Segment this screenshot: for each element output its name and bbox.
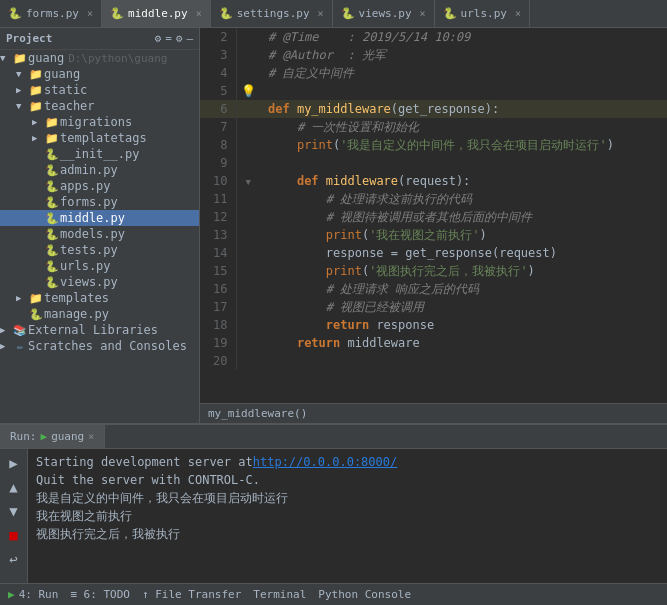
line-code-4: # 自定义中间件 (260, 64, 667, 82)
status-python-console[interactable]: Python Console (318, 588, 411, 601)
tree-item-label-guang-root: guang (28, 51, 64, 65)
tab-middle[interactable]: 🐍 middle.py × (102, 0, 211, 27)
line-code-2: # @Time : 2019/5/14 10:09 (260, 28, 667, 46)
run-output-line: 我在视图之前执行 (36, 507, 659, 525)
line-code-3: # @Author : 光军 (260, 46, 667, 64)
tree-item-label-views: views.py (60, 275, 118, 289)
sidebar-item-views[interactable]: 🐍views.py (0, 274, 199, 290)
sidebar-item-urls[interactable]: 🐍urls.py (0, 258, 199, 274)
line-code-7: # 一次性设置和初始化 (260, 118, 667, 136)
run-down-button[interactable]: ▼ (4, 501, 24, 521)
status-todo[interactable]: ≡ 6: TODO (70, 588, 130, 601)
sidebar-item-middle[interactable]: 🐍middle.py (0, 210, 199, 226)
tree-item-label-migrations: migrations (60, 115, 132, 129)
code-token (268, 264, 326, 278)
tab-forms[interactable]: 🐍 forms.py × (0, 0, 102, 27)
tree-item-label-admin: admin.py (60, 163, 118, 177)
sidebar-item-teacher[interactable]: ▼📁teacher (0, 98, 199, 114)
run-tab[interactable]: Run: ▶ guang × (0, 425, 105, 448)
sidebar-item-admin[interactable]: 🐍admin.py (0, 162, 199, 178)
status-run-label: ▶ (8, 588, 15, 601)
tab-settings[interactable]: 🐍 settings.py × (211, 0, 333, 27)
editor-content[interactable]: 2# @Time : 2019/5/14 10:093# @Author : 光… (200, 28, 667, 403)
sidebar-collapse-icon[interactable]: — (186, 32, 193, 45)
code-token: print (326, 228, 362, 242)
run-output-line: 视图执行完之后，我被执行 (36, 525, 659, 543)
tree-item-label-apps: apps.py (60, 179, 111, 193)
sidebar-item-ext-libs[interactable]: ▶📚External Libraries (0, 322, 199, 338)
run-tab-close[interactable]: × (88, 431, 94, 442)
run-output-line: Quit the server with CONTROL-C. (36, 471, 659, 489)
tree-item-label-static: static (44, 83, 87, 97)
code-token: # 自定义中间件 (268, 66, 354, 80)
sidebar-item-scratches[interactable]: ▶✏Scratches and Consoles (0, 338, 199, 354)
code-token: def (268, 102, 297, 116)
fold-icon[interactable]: ▼ (246, 177, 251, 187)
code-token: # @Time : 2019/5/14 10:09 (268, 30, 470, 44)
tree-item-label-middle: middle.py (60, 211, 125, 225)
line-gutter-19 (236, 334, 260, 352)
sidebar-item-tests[interactable]: 🐍tests.py (0, 242, 199, 258)
sidebar-item-apps[interactable]: 🐍apps.py (0, 178, 199, 194)
tree-arrow: ▼ (16, 101, 28, 111)
status-terminal-text: Terminal (253, 588, 306, 601)
sidebar-item-migrations[interactable]: ▶📁migrations (0, 114, 199, 130)
tab-bar: 🐍 forms.py × 🐍 middle.py × 🐍 settings.py… (0, 0, 667, 28)
sidebar-item-forms[interactable]: 🐍forms.py (0, 194, 199, 210)
line-number-5: 5 (200, 82, 236, 100)
line-code-13: print('我在视图之前执行') (260, 226, 667, 244)
sidebar-item-static[interactable]: ▶📁static (0, 82, 199, 98)
sidebar-tree: ▼📁guangD:\python\guang▼📁guang▶📁static▼📁t… (0, 50, 199, 354)
line-number-19: 19 (200, 334, 236, 352)
run-wrap-button[interactable]: ↩ (4, 549, 24, 569)
sidebar-list-icon[interactable]: = (165, 32, 172, 45)
line-number-16: 16 (200, 280, 236, 298)
run-stop-button[interactable]: ■ (4, 525, 24, 545)
code-token: # 视图待被调用或者其他后面的中间件 (268, 210, 532, 224)
urls-icon: 🐍 (443, 7, 457, 20)
sidebar-item-guang-sub[interactable]: ▼📁guang (0, 66, 199, 82)
line-number-10: 10 (200, 172, 236, 190)
editor-footer: my_middleware() (200, 403, 667, 423)
run-tab-name: guang (51, 430, 84, 443)
sidebar-item-templatetags[interactable]: ▶📁templatetags (0, 130, 199, 146)
tab-urls[interactable]: 🐍 urls.py × (435, 0, 530, 27)
code-token (268, 336, 297, 350)
sidebar-item-templates[interactable]: ▶📁templates (0, 290, 199, 306)
tab-forms-close[interactable]: × (87, 8, 93, 19)
status-run[interactable]: ▶ 4: Run (8, 588, 58, 601)
sidebar-item-__init__[interactable]: 🐍__init__.py (0, 146, 199, 162)
line-code-9 (260, 154, 667, 172)
tree-item-icon-admin: 🐍 (44, 163, 60, 177)
tab-views-close[interactable]: × (420, 8, 426, 19)
lightbulb-icon[interactable]: 💡 (241, 84, 256, 98)
tree-item-icon-middle: 🐍 (44, 211, 60, 225)
sidebar-header-icons: ⚙ = ⚙ — (155, 32, 194, 45)
line-row-14: 14 response = get_response(request) (200, 244, 667, 262)
sidebar-gear-icon[interactable]: ⚙ (176, 32, 183, 45)
run-play-button[interactable]: ▶ (4, 453, 24, 473)
tab-settings-close[interactable]: × (318, 8, 324, 19)
run-text: Starting development server at (36, 455, 253, 469)
line-row-15: 15 print('视图执行完之后，我被执行') (200, 262, 667, 280)
line-gutter-14 (236, 244, 260, 262)
tree-arrow: ▶ (0, 325, 12, 335)
status-file-transfer[interactable]: ↑ File Transfer (142, 588, 241, 601)
tree-item-icon-templatetags: 📁 (44, 131, 60, 145)
tab-views-label: views.py (359, 7, 412, 20)
tab-views[interactable]: 🐍 views.py × (333, 0, 435, 27)
run-up-button[interactable]: ▲ (4, 477, 24, 497)
run-panel: Run: ▶ guang × ▶ ▲ ▼ ■ ↩ Starting develo… (0, 423, 667, 583)
tab-middle-close[interactable]: × (196, 8, 202, 19)
status-terminal[interactable]: Terminal (253, 588, 306, 601)
sidebar-item-guang-root[interactable]: ▼📁guangD:\python\guang (0, 50, 199, 66)
run-link[interactable]: http://0.0.0.0:8000/ (253, 455, 398, 469)
tab-urls-close[interactable]: × (515, 8, 521, 19)
line-number-6: 6 (200, 100, 236, 118)
code-token (268, 138, 297, 152)
sidebar-item-models[interactable]: 🐍models.py (0, 226, 199, 242)
code-token: # 视图已经被调用 (268, 300, 424, 314)
sidebar-item-manage[interactable]: 🐍manage.py (0, 306, 199, 322)
sidebar-settings-icon[interactable]: ⚙ (155, 32, 162, 45)
line-gutter-5: 💡 (236, 82, 260, 100)
